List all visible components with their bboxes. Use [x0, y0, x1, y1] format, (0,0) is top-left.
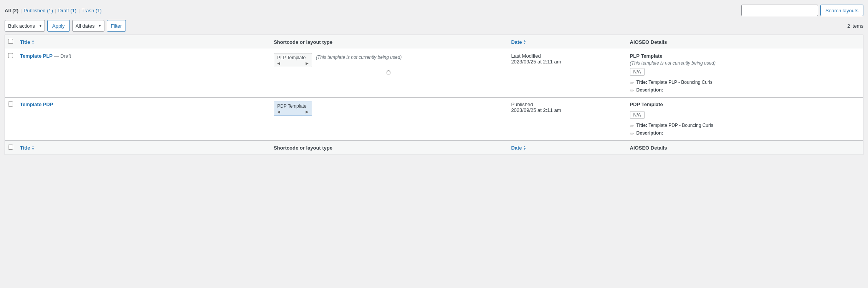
tf-checkbox	[5, 141, 16, 155]
date-sort-link[interactable]: Date ▲ ▼	[511, 39, 526, 45]
tf-shortcode: Shortcode or layout type	[270, 141, 508, 155]
row1-aioseo-desc-meta: ✏ Description:	[630, 87, 859, 93]
row2-shortcode-cell: PDP Template ◀ ▶	[270, 98, 508, 141]
row2-edit-title-icon: ✏	[630, 123, 634, 129]
row1-na-badge: N/A	[630, 68, 645, 76]
tf-date: Date ▲ ▼	[507, 141, 626, 155]
row1-edit-title-icon: ✏	[630, 80, 634, 86]
title-sort-link-footer[interactable]: Title ▲ ▼	[20, 145, 34, 151]
filter-sep-2: |	[55, 8, 56, 13]
filter-sep-1: |	[20, 8, 21, 13]
row1-arrow-right[interactable]: ▶	[306, 61, 309, 65]
table-row: Template PDP PDP Template ◀ ▶	[5, 98, 863, 141]
row1-spinner-icon	[386, 70, 391, 75]
row2-date-value: 2023/09/25 at 2:11 am	[511, 107, 622, 113]
row1-draft-label: — Draft	[54, 53, 71, 59]
row2-na-badge: N/A	[630, 111, 645, 119]
date-sort-icon: ▲ ▼	[524, 39, 526, 45]
row1-shortcode-content: PLP Template ◀ ▶ (This template is not c…	[274, 53, 504, 69]
row2-shortcode-box: PDP Template ◀ ▶	[274, 102, 312, 116]
row1-aioseo-title-meta: ✏ Title: Template PLP - Bouncing Curls	[630, 80, 859, 86]
table-header-row: Title ▲ ▼ Shortcode or layout type Date	[5, 35, 863, 49]
page-wrapper: All (2) | Published (1) | Draft (1) | Tr…	[0, 0, 868, 158]
filter-button[interactable]: Filter	[107, 20, 126, 32]
search-layouts-button[interactable]: Search layouts	[820, 5, 863, 16]
th-checkbox	[5, 35, 16, 49]
table-footer-row: Title ▲ ▼ Shortcode or layout type Date	[5, 141, 863, 155]
row2-title-cell: Template PDP	[16, 98, 270, 141]
apply-button[interactable]: Apply	[47, 20, 70, 32]
date-sort-link-footer[interactable]: Date ▲ ▼	[511, 145, 526, 151]
row2-arrow-left[interactable]: ◀	[277, 110, 280, 114]
row1-aioseo-cell: PLP Template (This template is not curre…	[626, 49, 863, 98]
row2-aioseo-cell: PDP Template N/A ✏ Title: Template PDP -…	[626, 98, 863, 141]
row1-shortcode-arrows: ◀ ▶	[277, 61, 309, 65]
row2-aioseo-desc-meta: ✏ Description:	[630, 130, 859, 137]
bulk-actions-wrapper: Bulk actions	[5, 20, 45, 32]
all-dates-select[interactable]: All dates	[72, 20, 104, 32]
row2-shortcode-label: PDP Template	[277, 103, 306, 109]
row2-aioseo-title-meta: ✏ Title: Template PDP - Bouncing Curls	[630, 123, 859, 129]
filter-sep-3: |	[78, 8, 79, 13]
row1-shortcode-box: PLP Template ◀ ▶	[274, 53, 312, 67]
row2-aioseo-type: PDP Template	[630, 102, 859, 107]
row2-aioseo-desc-text: Description:	[637, 130, 663, 136]
row1-aioseo-title-value: Template PLP - Bouncing Curls	[648, 80, 713, 85]
top-bar: All (2) | Published (1) | Draft (1) | Tr…	[0, 3, 868, 18]
row1-date-value: 2023/09/25 at 2:11 am	[511, 59, 622, 65]
row1-aioseo-not-used: (This template is not currently being us…	[630, 60, 859, 66]
row1-arrow-left[interactable]: ◀	[277, 61, 280, 65]
row2-shortcode-content: PDP Template ◀ ▶	[274, 102, 504, 117]
th-shortcode: Shortcode or layout type	[270, 35, 508, 49]
row1-not-used-text: (This template is not currently being us…	[316, 53, 402, 60]
select-all-footer-checkbox[interactable]	[8, 145, 13, 150]
title-sort-icon-footer: ▲ ▼	[32, 145, 35, 150]
filter-link-trash[interactable]: Trash (1)	[82, 8, 102, 13]
select-all-checkbox[interactable]	[8, 39, 13, 44]
row1-checkbox-cell	[5, 49, 16, 98]
filter-link-draft[interactable]: Draft (1)	[58, 8, 77, 13]
th-date: Date ▲ ▼	[507, 35, 626, 49]
bulk-actions-select[interactable]: Bulk actions	[5, 20, 45, 32]
search-input[interactable]	[741, 5, 818, 16]
row2-checkbox-cell	[5, 98, 16, 141]
filter-link-published[interactable]: Published (1)	[24, 8, 53, 13]
row2-shortcode-arrows: ◀ ▶	[277, 110, 309, 114]
row1-shortcode-inner: PLP Template	[277, 55, 309, 60]
filter-links: All (2) | Published (1) | Draft (1) | Tr…	[5, 8, 102, 13]
row2-title-link[interactable]: Template PDP	[20, 102, 53, 107]
row2-checkbox[interactable]	[8, 102, 13, 107]
row1-spinner	[274, 69, 504, 78]
row1-aioseo-type: PLP Template	[630, 53, 859, 59]
title-sort-link[interactable]: Title ▲ ▼	[20, 39, 34, 45]
row1-aioseo-title-text: Title: Template PLP - Bouncing Curls	[637, 80, 713, 85]
date-sort-icon-footer: ▲ ▼	[524, 145, 526, 150]
all-dates-wrapper: All dates	[72, 20, 104, 32]
layouts-table-container: Title ▲ ▼ Shortcode or layout type Date	[5, 35, 863, 155]
row1-title-cell: Template PLP — Draft	[16, 49, 270, 98]
row2-edit-desc-icon: ✏	[630, 131, 634, 137]
row2-date-status: Published	[511, 102, 622, 107]
table-row: Template PLP — Draft PLP Template ◀	[5, 49, 863, 98]
th-aioseo: AIOSEO Details	[626, 35, 863, 49]
row1-title-link[interactable]: Template PLP	[20, 53, 54, 59]
row1-aioseo-desc-text: Description:	[637, 87, 663, 93]
items-count: 2 items	[847, 23, 863, 29]
row2-arrow-right[interactable]: ▶	[306, 110, 309, 114]
title-sort-icon: ▲ ▼	[32, 39, 35, 45]
row1-shortcode-cell: PLP Template ◀ ▶ (This template is not c…	[270, 49, 508, 98]
row2-date-cell: Published 2023/09/25 at 2:11 am	[507, 98, 626, 141]
search-area: Search layouts	[741, 5, 863, 16]
layouts-table: Title ▲ ▼ Shortcode or layout type Date	[5, 35, 863, 155]
row1-checkbox[interactable]	[8, 53, 13, 58]
row1-edit-desc-icon: ✏	[630, 88, 634, 93]
tf-title: Title ▲ ▼	[16, 141, 270, 155]
th-title: Title ▲ ▼	[16, 35, 270, 49]
tf-aioseo: AIOSEO Details	[626, 141, 863, 155]
row2-aioseo-title-value: Template PDP - Bouncing Curls	[648, 123, 713, 128]
action-bar-left: Bulk actions Apply All dates Filter	[5, 20, 126, 32]
filter-link-all[interactable]: All (2)	[5, 8, 18, 13]
row1-date-cell: Last Modified 2023/09/25 at 2:11 am	[507, 49, 626, 98]
action-bar: Bulk actions Apply All dates Filter 2 it…	[0, 18, 868, 35]
row1-shortcode-label: PLP Template	[277, 55, 306, 60]
